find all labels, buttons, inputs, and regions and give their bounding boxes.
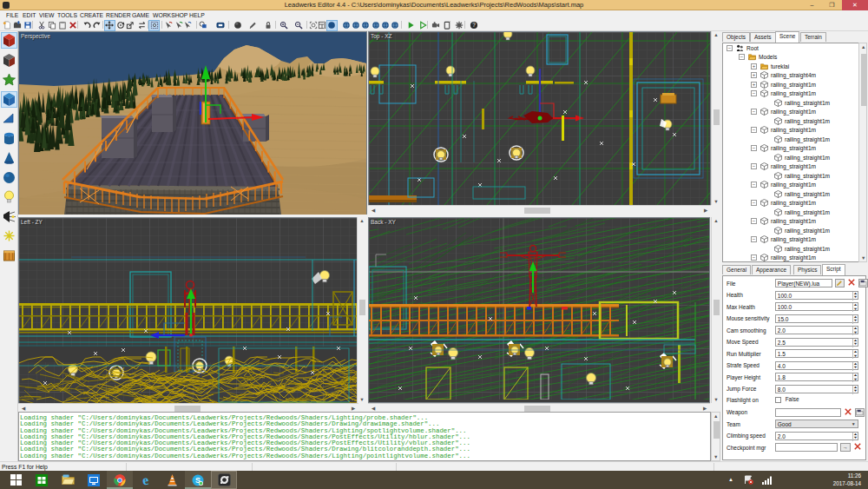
svg-text:?: ?: [473, 22, 477, 28]
